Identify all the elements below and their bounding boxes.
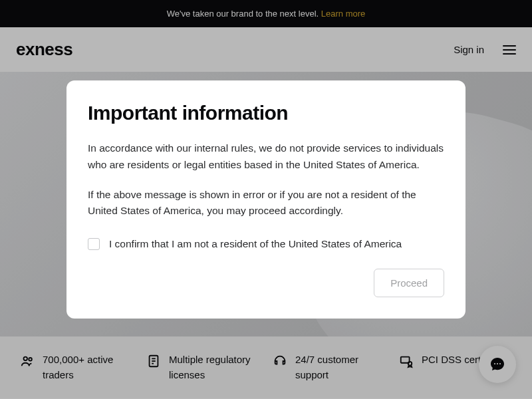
modal-paragraph-1: In accordance with our internal rules, w… [88, 140, 444, 174]
confirm-checkbox-row: I confirm that I am not a resident of th… [88, 238, 444, 250]
modal-title: Important information [88, 102, 444, 124]
confirm-checkbox-label[interactable]: I confirm that I am not a resident of th… [109, 238, 402, 250]
modal-overlay[interactable]: Important information In accordance with… [0, 0, 532, 399]
modal-paragraph-2: If the above message is shown in error o… [88, 187, 444, 220]
confirm-checkbox[interactable] [88, 238, 100, 250]
modal-footer: Proceed [88, 269, 444, 297]
important-info-modal: Important information In accordance with… [66, 80, 466, 319]
proceed-button[interactable]: Proceed [374, 269, 444, 297]
